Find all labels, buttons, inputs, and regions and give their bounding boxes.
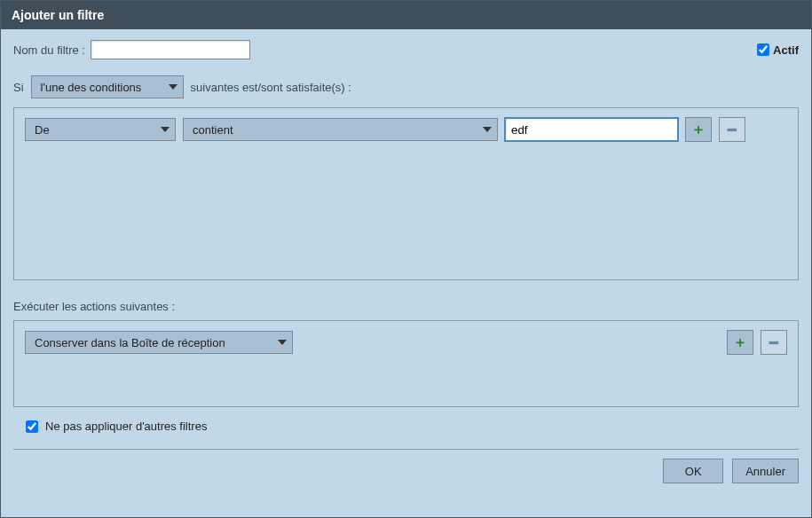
filter-name-label: Nom du filtre : [13, 43, 85, 57]
add-action-button[interactable]: ＋ [727, 330, 753, 355]
condition-prefix: Si [13, 81, 24, 94]
plus-icon: ＋ [691, 121, 706, 139]
action-buttons-group: ＋ ━ [727, 330, 787, 355]
remove-condition-button[interactable]: ━ [719, 117, 745, 142]
chevron-down-icon [483, 127, 492, 132]
condition-row: De contient ＋ ━ [25, 117, 787, 142]
dialog-title: Ajouter un filtre [1, 1, 811, 29]
active-label: Actif [773, 43, 799, 57]
no-other-filters-label: Ne pas appliquer d'autres filtres [45, 420, 207, 433]
add-filter-dialog: Ajouter un filtre Nom du filtre : Actif … [0, 0, 812, 518]
no-other-filters-group[interactable]: Ne pas appliquer d'autres filtres [13, 420, 799, 433]
condition-field-select[interactable]: De [25, 118, 176, 141]
filter-name-input[interactable] [91, 40, 250, 59]
minus-icon: ━ [769, 334, 778, 351]
ok-button[interactable]: OK [663, 459, 723, 483]
actions-label: Exécuter les actions suivantes : [13, 300, 799, 313]
match-mode-select[interactable]: l'une des conditions [31, 75, 184, 98]
filter-name-row: Nom du filtre : Actif [13, 40, 799, 59]
chevron-down-icon [278, 340, 287, 345]
footer-divider [13, 449, 799, 450]
add-condition-button[interactable]: ＋ [685, 117, 712, 142]
action-type-select[interactable]: Conserver dans la Boîte de réception [25, 331, 293, 354]
condition-sentence: Si l'une des conditions suivantes est/so… [13, 75, 799, 98]
dialog-body: Nom du filtre : Actif Si l'une des condi… [1, 29, 811, 517]
condition-field-value: De [35, 123, 50, 137]
actions-panel[interactable]: Conserver dans la Boîte de réception ＋ ━ [13, 320, 799, 407]
condition-value-input[interactable] [505, 118, 678, 141]
minus-icon: ━ [728, 122, 737, 138]
chevron-down-icon [169, 84, 177, 90]
plus-icon: ＋ [733, 334, 747, 352]
no-other-filters-checkbox[interactable] [26, 420, 38, 433]
condition-operator-select[interactable]: contient [183, 118, 498, 141]
remove-action-button[interactable]: ━ [761, 330, 787, 355]
chevron-down-icon [161, 127, 169, 132]
action-row: Conserver dans la Boîte de réception ＋ ━ [25, 330, 787, 355]
condition-suffix: suivantes est/sont satisfaite(s) : [191, 81, 351, 94]
condition-operator-value: contient [193, 123, 233, 137]
action-type-value: Conserver dans la Boîte de réception [35, 336, 225, 349]
cancel-button[interactable]: Annuler [732, 459, 799, 483]
dialog-footer: OK Annuler [13, 459, 799, 487]
match-mode-value: l'une des conditions [41, 81, 142, 94]
active-checkbox[interactable] [757, 43, 769, 56]
active-toggle-group[interactable]: Actif [757, 43, 799, 57]
conditions-panel[interactable]: De contient ＋ ━ [13, 107, 799, 280]
